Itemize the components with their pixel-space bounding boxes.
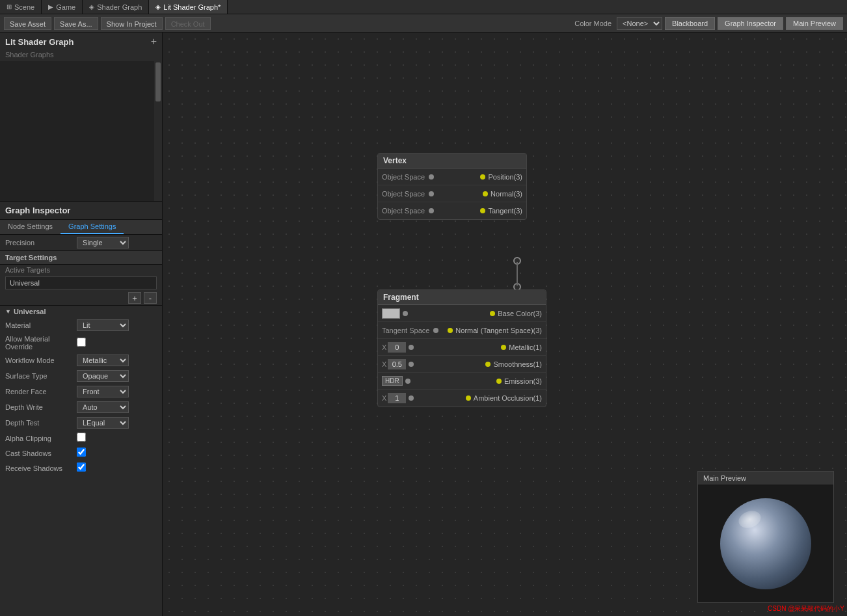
inspector-scroll[interactable]: Precision Single Half Target Settings Ac… — [0, 235, 162, 616]
toolbar: Save Asset Save As... Show In Project Ch… — [0, 14, 847, 33]
watermark: CSDN @呆呆敲代码的小Y — [768, 604, 844, 613]
main-preview-panel: Main Preview — [697, 471, 834, 603]
workflow-mode-row: Workflow Mode Metallic Specular — [0, 353, 162, 368]
vertex-position-right-label: Position(3) — [488, 173, 522, 181]
preview-content — [698, 485, 833, 602]
surface-type-label: Surface Type — [5, 372, 77, 380]
fragment-basecolor-right-port: Base Color(3) — [490, 310, 542, 317]
receive-shadows-checkbox[interactable] — [77, 462, 86, 472]
vertex-position-left-label: Object Space — [382, 173, 425, 181]
fragment-node: Fragment Base Color(3) Tangent Space Nor… — [377, 289, 546, 407]
scene-icon: ⊞ — [7, 3, 12, 10]
surface-type-value: Opaque Transparent — [77, 370, 157, 382]
vertex-tangent-row: Object Space Tangent(3) — [378, 202, 526, 219]
render-face-row: Render Face Front Back Both — [0, 384, 162, 399]
graph-inspector-button[interactable]: Graph Inspector — [718, 17, 783, 30]
fragment-ao-right-dot — [466, 395, 471, 401]
fragment-metallic-right-label: Metallic(1) — [509, 343, 542, 351]
tab-bar: ⊞ Scene ▶ Game ◈ Shader Graph ◈ Lit Shad… — [0, 0, 847, 14]
vertex-normal-right-dot — [483, 191, 488, 196]
tab-lit-shader-graph[interactable]: ◈ Lit Shader Graph* — [149, 0, 228, 14]
fragment-normal-left-label: Tangent Space — [382, 327, 429, 334]
vertex-tangent-right-label: Tangent(3) — [488, 207, 522, 215]
fragment-metallic-input[interactable] — [388, 342, 406, 353]
save-as-button[interactable]: Save As... — [54, 17, 98, 30]
fragment-smoothness-input[interactable] — [388, 359, 406, 369]
depth-write-row: Depth Write Auto On Off — [0, 399, 162, 415]
render-face-select[interactable]: Front Back Both — [77, 386, 129, 397]
inspector-header: Graph Inspector — [0, 202, 162, 220]
fragment-metallic-right-port: Metallic(1) — [501, 343, 542, 351]
tab-shader-graph[interactable]: ◈ Shader Graph — [83, 0, 149, 14]
precision-row: Precision Single Half — [0, 235, 162, 250]
allow-material-override-row: Allow Material Override — [0, 333, 162, 353]
depth-test-row: Depth Test LEqual GEqual Less Greater — [0, 415, 162, 431]
blackboard-section: Lit Shader Graph + Shader Graphs — [0, 33, 162, 202]
depth-write-select[interactable]: Auto On Off — [77, 401, 129, 413]
alpha-clipping-value — [77, 433, 157, 444]
universal-header[interactable]: ▼ Universal — [0, 305, 162, 317]
vertex-position-left-dot — [429, 174, 434, 180]
fragment-ao-right-port: Ambient Occlusion(1) — [466, 394, 542, 402]
material-select[interactable]: Lit Unlit — [77, 319, 129, 331]
target-settings-header: Target Settings — [0, 250, 162, 265]
fragment-normal-right-dot — [448, 328, 453, 333]
tab-graph-settings[interactable]: Graph Settings — [60, 220, 124, 234]
save-asset-button[interactable]: Save Asset — [4, 17, 51, 30]
precision-label: Precision — [5, 239, 77, 247]
workflow-mode-value: Metallic Specular — [77, 355, 157, 366]
depth-test-select[interactable]: LEqual GEqual Less Greater — [77, 417, 129, 429]
blackboard-header: Lit Shader Graph + — [0, 33, 162, 51]
color-mode-label: Color Mode — [574, 20, 612, 27]
targets-buttons: + - — [0, 291, 162, 305]
tab-node-settings[interactable]: Node Settings — [0, 220, 60, 234]
fragment-ao-input[interactable] — [388, 393, 406, 403]
surface-type-select[interactable]: Opaque Transparent — [77, 370, 129, 382]
blackboard-title: Lit Shader Graph — [5, 37, 74, 47]
color-mode-select[interactable]: <None> — [617, 17, 662, 30]
blackboard-scroll-thumb[interactable] — [155, 62, 161, 101]
tab-scene[interactable]: ⊞ Scene — [0, 0, 42, 14]
show-in-project-button[interactable]: Show In Project — [101, 17, 163, 30]
allow-material-override-checkbox[interactable] — [77, 338, 86, 347]
connector-svg — [516, 262, 518, 286]
fragment-emission-left-dot — [405, 379, 410, 384]
depth-write-label: Depth Write — [5, 403, 77, 411]
alpha-clipping-label: Alpha Clipping — [5, 435, 77, 442]
fragment-normal-left-dot — [433, 328, 438, 333]
canvas-area[interactable]: Vertex Object Space Position(3) Object S… — [163, 33, 847, 616]
shader-graph-icon: ◈ — [89, 3, 94, 10]
workflow-mode-label: Workflow Mode — [5, 356, 77, 364]
precision-value: Single Half — [77, 237, 157, 248]
add-target-button[interactable]: + — [128, 292, 141, 304]
blackboard-add-button[interactable]: + — [151, 36, 157, 47]
inspector-section: Graph Inspector Node Settings Graph Sett… — [0, 202, 162, 616]
workflow-mode-select[interactable]: Metallic Specular — [77, 355, 129, 366]
fragment-emission-hdr-badge: HDR — [382, 376, 403, 386]
main-layout: Lit Shader Graph + Shader Graphs Graph I… — [0, 33, 847, 616]
cast-shadows-checkbox[interactable] — [77, 448, 86, 457]
fragment-basecolor-swatch[interactable] — [382, 308, 400, 319]
main-preview-button[interactable]: Main Preview — [786, 17, 843, 30]
vertex-node: Vertex Object Space Position(3) Object S… — [377, 153, 527, 220]
blackboard-button[interactable]: Blackboard — [665, 17, 715, 30]
fragment-smoothness-right-dot — [485, 362, 491, 367]
render-face-label: Render Face — [5, 388, 77, 395]
fragment-emission-right-dot — [496, 379, 502, 384]
fragment-emission-right-label: Emission(3) — [504, 377, 542, 385]
tab-game[interactable]: ▶ Game — [42, 0, 83, 14]
fragment-basecolor-row: Base Color(3) — [378, 305, 546, 322]
depth-test-label: Depth Test — [5, 419, 77, 427]
fragment-emission-row: HDR Emission(3) — [378, 373, 546, 390]
active-targets-label: Active Targets — [0, 265, 162, 275]
fragment-basecolor-right-dot — [490, 311, 495, 316]
remove-target-button[interactable]: - — [144, 292, 157, 304]
fragment-metallic-left-dot — [409, 345, 414, 350]
fragment-ao-left-dot — [409, 395, 414, 401]
alpha-clipping-checkbox[interactable] — [77, 433, 86, 442]
preview-sphere — [720, 498, 811, 589]
vertex-tangent-right-dot — [480, 208, 485, 213]
precision-select[interactable]: Single Half — [77, 237, 129, 248]
blackboard-scrollbar[interactable] — [154, 61, 162, 201]
check-out-button[interactable]: Check Out — [165, 17, 211, 30]
